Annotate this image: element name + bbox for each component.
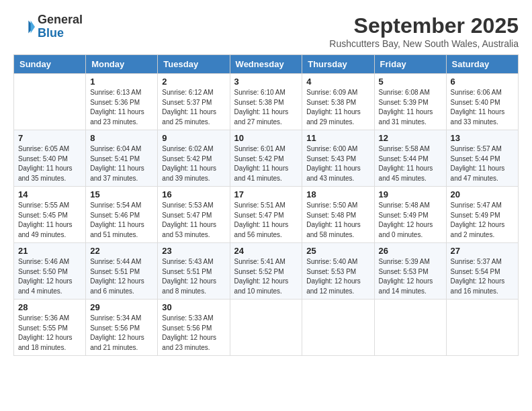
day-number: 7: [18, 133, 81, 143]
table-cell: 25Sunrise: 5:40 AM Sunset: 5:53 PM Dayli…: [302, 243, 374, 300]
day-number: 19: [379, 189, 442, 199]
day-number: 18: [306, 189, 369, 199]
svg-marker-1: [31, 20, 35, 33]
day-number: 1: [90, 77, 153, 87]
day-number: 22: [90, 246, 153, 256]
table-cell: 13Sunrise: 5:57 AM Sunset: 5:44 PM Dayli…: [446, 130, 518, 187]
table-cell: 10Sunrise: 6:01 AM Sunset: 5:42 PM Dayli…: [230, 130, 302, 187]
table-cell: 30Sunrise: 5:33 AM Sunset: 5:56 PM Dayli…: [158, 300, 230, 356]
day-info: Sunrise: 5:54 AM Sunset: 5:46 PM Dayligh…: [90, 201, 153, 240]
day-number: 4: [306, 77, 369, 87]
day-info: Sunrise: 5:37 AM Sunset: 5:54 PM Dayligh…: [451, 257, 514, 296]
table-cell: 28Sunrise: 5:36 AM Sunset: 5:55 PM Dayli…: [14, 300, 86, 356]
logo-icon: [13, 16, 35, 38]
day-info: Sunrise: 6:04 AM Sunset: 5:41 PM Dayligh…: [90, 144, 153, 183]
day-info: Sunrise: 5:43 AM Sunset: 5:51 PM Dayligh…: [162, 257, 225, 296]
col-sunday: Sunday: [14, 55, 86, 74]
day-number: 28: [18, 302, 81, 312]
table-cell: [230, 300, 302, 356]
header: General Blue September 2025 Rushcutters …: [13, 13, 519, 49]
table-cell: 19Sunrise: 5:48 AM Sunset: 5:49 PM Dayli…: [374, 187, 446, 243]
table-cell: 18Sunrise: 5:50 AM Sunset: 5:48 PM Dayli…: [302, 187, 374, 243]
day-info: Sunrise: 5:41 AM Sunset: 5:52 PM Dayligh…: [234, 257, 298, 296]
col-tuesday: Tuesday: [158, 55, 230, 74]
day-info: Sunrise: 5:51 AM Sunset: 5:47 PM Dayligh…: [234, 201, 298, 240]
table-cell: 11Sunrise: 6:00 AM Sunset: 5:43 PM Dayli…: [302, 130, 374, 187]
day-number: 9: [162, 133, 225, 143]
table-cell: 9Sunrise: 6:02 AM Sunset: 5:42 PM Daylig…: [158, 130, 230, 187]
table-cell: 14Sunrise: 5:55 AM Sunset: 5:45 PM Dayli…: [14, 187, 86, 243]
day-number: 21: [18, 246, 81, 256]
day-info: Sunrise: 5:39 AM Sunset: 5:53 PM Dayligh…: [379, 257, 442, 296]
day-number: 6: [451, 77, 514, 87]
day-number: 29: [90, 302, 153, 312]
logo-text-line1: General: [38, 13, 83, 27]
table-cell: 2Sunrise: 6:12 AM Sunset: 5:37 PM Daylig…: [158, 74, 230, 130]
table-cell: 29Sunrise: 5:34 AM Sunset: 5:56 PM Dayli…: [86, 300, 158, 356]
logo-text-line2: Blue: [38, 27, 83, 40]
day-info: Sunrise: 6:09 AM Sunset: 5:38 PM Dayligh…: [306, 88, 369, 127]
week-row-5: 28Sunrise: 5:36 AM Sunset: 5:55 PM Dayli…: [14, 300, 519, 356]
day-number: 24: [234, 246, 298, 256]
day-info: Sunrise: 5:34 AM Sunset: 5:56 PM Dayligh…: [90, 314, 153, 353]
day-number: 13: [451, 133, 514, 143]
day-info: Sunrise: 5:40 AM Sunset: 5:53 PM Dayligh…: [306, 257, 369, 296]
table-cell: 21Sunrise: 5:46 AM Sunset: 5:50 PM Dayli…: [14, 243, 86, 300]
table-cell: [374, 300, 446, 356]
day-info: Sunrise: 6:08 AM Sunset: 5:39 PM Dayligh…: [379, 88, 442, 127]
week-row-3: 14Sunrise: 5:55 AM Sunset: 5:45 PM Dayli…: [14, 187, 519, 243]
day-info: Sunrise: 5:53 AM Sunset: 5:47 PM Dayligh…: [162, 201, 225, 240]
day-info: Sunrise: 5:58 AM Sunset: 5:44 PM Dayligh…: [379, 144, 442, 183]
day-info: Sunrise: 5:57 AM Sunset: 5:44 PM Dayligh…: [451, 144, 514, 183]
table-cell: 5Sunrise: 6:08 AM Sunset: 5:39 PM Daylig…: [374, 74, 446, 130]
location-title: Rushcutters Bay, New South Wales, Austra…: [329, 38, 519, 49]
day-number: 3: [234, 77, 298, 87]
day-info: Sunrise: 6:02 AM Sunset: 5:42 PM Dayligh…: [162, 144, 225, 183]
header-row: Sunday Monday Tuesday Wednesday Thursday…: [14, 55, 519, 74]
day-number: 30: [162, 302, 225, 312]
week-row-4: 21Sunrise: 5:46 AM Sunset: 5:50 PM Dayli…: [14, 243, 519, 300]
month-title: September 2025: [329, 13, 519, 38]
day-info: Sunrise: 5:46 AM Sunset: 5:50 PM Dayligh…: [18, 257, 81, 296]
day-info: Sunrise: 5:50 AM Sunset: 5:48 PM Dayligh…: [306, 201, 369, 240]
table-cell: 23Sunrise: 5:43 AM Sunset: 5:51 PM Dayli…: [158, 243, 230, 300]
table-cell: 7Sunrise: 6:05 AM Sunset: 5:40 PM Daylig…: [14, 130, 86, 187]
table-cell: [14, 74, 86, 130]
col-saturday: Saturday: [446, 55, 518, 74]
day-number: 8: [90, 133, 153, 143]
day-info: Sunrise: 5:36 AM Sunset: 5:55 PM Dayligh…: [18, 314, 81, 353]
day-info: Sunrise: 5:33 AM Sunset: 5:56 PM Dayligh…: [162, 314, 225, 353]
day-info: Sunrise: 6:06 AM Sunset: 5:40 PM Dayligh…: [451, 88, 514, 127]
table-cell: 1Sunrise: 6:13 AM Sunset: 5:36 PM Daylig…: [86, 74, 158, 130]
day-number: 27: [451, 246, 514, 256]
day-info: Sunrise: 6:05 AM Sunset: 5:40 PM Dayligh…: [18, 144, 81, 183]
table-cell: 12Sunrise: 5:58 AM Sunset: 5:44 PM Dayli…: [374, 130, 446, 187]
day-info: Sunrise: 5:48 AM Sunset: 5:49 PM Dayligh…: [379, 201, 442, 240]
day-info: Sunrise: 6:12 AM Sunset: 5:37 PM Dayligh…: [162, 88, 225, 127]
table-cell: 20Sunrise: 5:47 AM Sunset: 5:49 PM Dayli…: [446, 187, 518, 243]
day-number: 2: [162, 77, 225, 87]
day-number: 14: [18, 189, 81, 199]
table-cell: 15Sunrise: 5:54 AM Sunset: 5:46 PM Dayli…: [86, 187, 158, 243]
logo: General Blue: [13, 13, 83, 40]
day-info: Sunrise: 6:13 AM Sunset: 5:36 PM Dayligh…: [90, 88, 153, 127]
day-number: 16: [162, 189, 225, 199]
day-info: Sunrise: 5:44 AM Sunset: 5:51 PM Dayligh…: [90, 257, 153, 296]
col-friday: Friday: [374, 55, 446, 74]
day-number: 26: [379, 246, 442, 256]
col-monday: Monday: [86, 55, 158, 74]
day-number: 20: [451, 189, 514, 199]
table-cell: 6Sunrise: 6:06 AM Sunset: 5:40 PM Daylig…: [446, 74, 518, 130]
day-number: 12: [379, 133, 442, 143]
table-cell: [302, 300, 374, 356]
table-cell: 8Sunrise: 6:04 AM Sunset: 5:41 PM Daylig…: [86, 130, 158, 187]
day-info: Sunrise: 5:47 AM Sunset: 5:49 PM Dayligh…: [451, 201, 514, 240]
table-cell: 16Sunrise: 5:53 AM Sunset: 5:47 PM Dayli…: [158, 187, 230, 243]
day-number: 10: [234, 133, 298, 143]
day-number: 5: [379, 77, 442, 87]
col-thursday: Thursday: [302, 55, 374, 74]
title-section: September 2025 Rushcutters Bay, New Sout…: [329, 13, 519, 49]
day-info: Sunrise: 5:55 AM Sunset: 5:45 PM Dayligh…: [18, 201, 81, 240]
table-cell: 24Sunrise: 5:41 AM Sunset: 5:52 PM Dayli…: [230, 243, 302, 300]
week-row-1: 1Sunrise: 6:13 AM Sunset: 5:36 PM Daylig…: [14, 74, 519, 130]
